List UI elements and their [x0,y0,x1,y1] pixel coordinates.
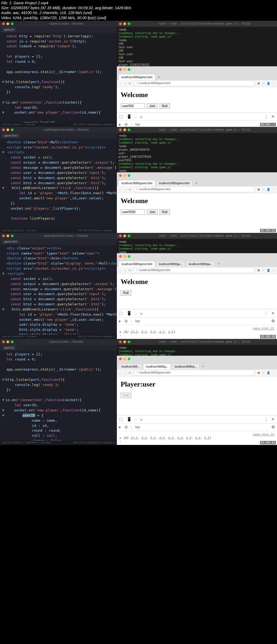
extension-icon[interactable]: ⬢ [258,269,260,272]
close-icon[interactable] [119,255,122,258]
maximize-icon[interactable] [11,341,14,343]
more-tabs-icon[interactable]: » [140,311,142,316]
minimize-icon[interactable] [6,128,9,131]
close-icon[interactable] [119,22,122,25]
maximize-icon[interactable] [128,341,130,343]
back-icon[interactable]: ← [119,371,122,374]
terminal[interactable]: node — node ./usr/local/lib/node/nodemon… [117,127,277,172]
kebab-icon[interactable]: ⋮ [264,114,268,119]
minimize-icon[interactable] [123,174,126,177]
new-tab-icon[interactable]: + [156,74,162,80]
close-icon[interactable] [2,341,5,343]
reload-icon[interactable]: ⟳ [129,269,131,272]
star-icon[interactable]: ☆ [262,371,265,374]
console-toggle-icon[interactable]: ▸ [119,425,121,430]
clear-icon[interactable]: ⊘ [124,319,128,323]
profile-icon[interactable]: 👤 [267,82,270,85]
inspect-icon[interactable]: ⬚ [119,114,123,119]
clear-icon[interactable]: ⊘ [124,122,128,127]
maximize-icon[interactable] [128,68,130,71]
maximize-icon[interactable] [128,358,130,360]
context-selector[interactable]: top [135,319,140,323]
menu-icon[interactable]: ⋮ [272,269,275,272]
minimize-icon[interactable] [123,68,126,71]
gear-icon[interactable]: ⚙ [271,319,275,323]
editor-tab[interactable]: game.js [2,27,17,32]
menu-icon[interactable]: ⋮ [272,371,275,374]
minimize-icon[interactable] [123,341,126,343]
console-toggle-icon[interactable]: ▸ [119,319,121,323]
code-area[interactable]: <div class="output"></div> <input name="… [0,245,117,335]
star-icon[interactable]: ☆ [262,269,265,272]
close-icon[interactable] [119,174,122,177]
maximize-icon[interactable] [128,255,130,258]
browser-tab[interactable]: localhost:8080/ga... [186,261,215,267]
username-input[interactable] [121,103,145,109]
profile-icon[interactable]: 👤 [267,371,270,374]
extension-icon[interactable]: ⬢ [258,188,260,191]
browser-tab[interactable]: localhost:8080/g... [172,364,199,369]
editor-tab[interactable]: game.html [2,133,20,138]
console-prompt[interactable]: › [120,334,274,337]
device-icon[interactable]: 📱 [127,114,132,119]
address-input[interactable]: ⓘ localhost:8080/game.html [133,370,255,376]
new-tab-icon[interactable]: + [216,261,222,267]
terminal[interactable]: node — node ./usr/local/lib/node/nodemon… [117,21,277,66]
forward-icon[interactable]: → [124,188,127,191]
maximize-icon[interactable] [128,128,130,131]
maximize-icon[interactable] [11,235,14,237]
close-icon[interactable] [2,22,5,25]
close-icon[interactable] [119,68,122,71]
forward-icon[interactable]: → [124,371,127,374]
browser-tab[interactable]: localhost:808... [118,364,143,369]
back-icon[interactable]: ← [119,269,122,272]
profile-icon[interactable]: 👤 [267,188,270,191]
browser-tab[interactable]: localhost:8080/game.html [118,261,155,267]
maximize-icon[interactable] [11,22,14,25]
join-button[interactable]: Join [147,103,158,109]
browser-tab[interactable]: localhost:8080/game.html [118,180,155,186]
console-toggle-icon[interactable]: ▸ [119,122,121,127]
inspect-icon[interactable]: ⬚ [119,417,123,422]
minimize-icon[interactable] [6,22,9,25]
reload-icon[interactable]: ⟳ [129,82,131,85]
new-tab-icon[interactable]: + [193,180,200,186]
code-area[interactable]: let players = []; let round = 0; app.use… [0,351,117,441]
star-icon[interactable]: ☆ [262,188,265,191]
roll-button[interactable]: Roll [160,209,170,215]
browser-tab[interactable]: localhost:8080/ga... [156,261,185,267]
new-tab-icon[interactable]: + [200,363,207,369]
roll-button[interactable]: Roll [121,290,131,296]
code-area[interactable]: const http = require('http').Server(app)… [0,33,117,123]
minimize-icon[interactable] [6,341,9,343]
join-button[interactable]: Join [147,209,158,215]
extension-icon[interactable]: ⬢ [258,82,260,85]
more-tabs-icon[interactable]: » [140,114,142,119]
close-devtools-icon[interactable]: ✕ [271,311,275,316]
minimize-icon[interactable] [6,235,9,237]
source-link[interactable]: game.html:31 [253,433,274,436]
close-devtools-icon[interactable]: ✕ [271,417,275,422]
device-icon[interactable]: 📱 [127,311,132,316]
more-tabs-icon[interactable]: » [140,417,142,422]
minimize-icon[interactable] [123,22,126,25]
kebab-icon[interactable]: ⋮ [264,417,268,422]
browser-tab[interactable]: localhost:8080/game.html [118,74,155,80]
minimize-icon[interactable] [123,358,126,360]
close-devtools-icon[interactable]: ✕ [271,114,275,119]
maximize-icon[interactable] [128,174,130,177]
address-input[interactable]: ⓘ localhost:8080/game.html [133,186,255,192]
inspect-icon[interactable]: ⬚ [119,311,123,316]
minimize-icon[interactable] [123,128,126,131]
device-icon[interactable]: 📱 [127,417,132,422]
forward-icon[interactable]: → [124,82,127,85]
extension-icon[interactable]: ⬢ [258,371,260,374]
minimize-icon[interactable] [123,235,126,237]
address-input[interactable]: ⓘ localhost:8080/game.html [133,267,255,273]
star-icon[interactable]: ☆ [262,82,265,85]
context-selector[interactable]: top [135,123,140,126]
menu-icon[interactable]: ⋮ [272,188,275,191]
roll-button[interactable]: Roll [121,393,131,398]
close-icon[interactable] [119,341,122,343]
back-icon[interactable]: ← [119,82,122,85]
